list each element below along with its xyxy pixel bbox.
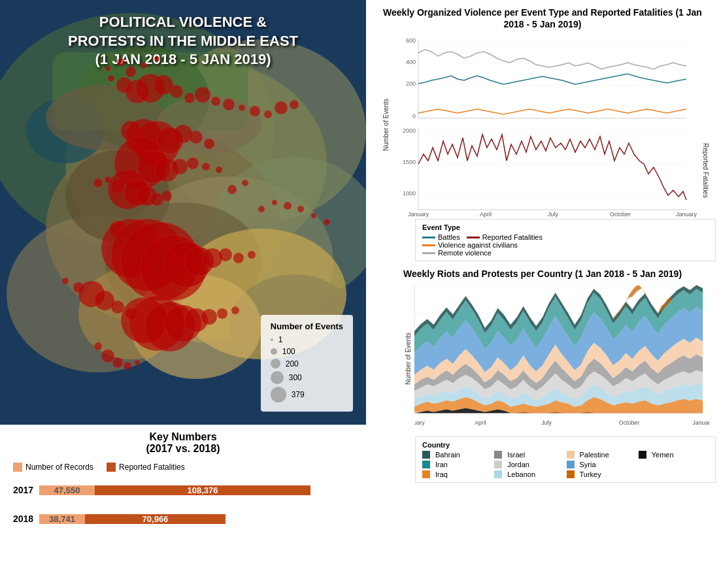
svg-text:July: July xyxy=(541,419,552,426)
legend-remote: Remote violence xyxy=(422,249,492,257)
bar-row-2018: 2018 38,741 70,966 xyxy=(13,507,353,531)
chart1-y-axis: Number of Events xyxy=(376,33,392,216)
bar-2017-fatalities: 108,376 xyxy=(95,485,310,495)
legend-violence-civilians: Violence against civilians xyxy=(422,241,518,249)
bar-chart-legend: Number of Records Reported Fatalities xyxy=(13,463,353,472)
legend-jordan: Jordan xyxy=(494,461,564,468)
legend-lebanon: Lebanon xyxy=(494,470,564,478)
left-panel: POLITICAL VIOLENCE & PROTESTS IN THE MID… xyxy=(0,0,366,588)
legend-yemen: Yemen xyxy=(639,451,709,459)
legend-battles: Battles xyxy=(422,233,460,241)
svg-text:October: October xyxy=(610,211,631,218)
chart1-legend-row3: Remote violence xyxy=(422,249,709,257)
legend-reported-fatalities: Reported Fatalities xyxy=(467,233,543,241)
bar-row-2017: 2017 47,550 108,376 xyxy=(13,478,353,502)
legend-item-300: 300 xyxy=(271,371,343,384)
chart2-area: Number of Events 250 200 150 100 50 0 xyxy=(376,284,709,434)
svg-text:1000: 1000 xyxy=(403,190,416,197)
chart2-legend-grid: Bahrain Israel Palestine Yemen Iran xyxy=(422,451,709,478)
svg-text:January: January xyxy=(693,419,709,426)
legend-bahrain: Bahrain xyxy=(422,451,492,459)
chart1-legend-header: Event Type xyxy=(422,223,709,231)
svg-text:600: 600 xyxy=(406,37,416,44)
chart1-y-label-bottom: Reported Fatalities xyxy=(695,125,709,216)
chart2-legend-header: Country xyxy=(422,441,709,449)
chart2-y-axis-label: Number of Events xyxy=(376,284,414,434)
svg-text:January: January xyxy=(414,419,425,426)
legend-palestine: Palestine xyxy=(567,451,637,459)
chart1-y-right: Reported Fatalities xyxy=(693,33,709,216)
right-panel: Weekly Organized Violence per Event Type… xyxy=(366,0,719,588)
legend-item-200: 200 xyxy=(271,359,343,368)
legend-item-100: 100 xyxy=(271,347,343,356)
bar-2017-records: 47,550 xyxy=(39,485,95,495)
bar-2018-records: 38,741 xyxy=(39,514,85,524)
legend-fatalities-bar: Reported Fatalities xyxy=(107,463,185,472)
chart2-legend: Country Bahrain Israel Palestine Yemen xyxy=(415,436,716,483)
svg-point-18 xyxy=(46,85,163,150)
legend-iran: Iran xyxy=(422,461,492,468)
chart2-title: Weekly Riots and Protests per Country (1… xyxy=(376,268,709,280)
chart2-container: Weekly Riots and Protests per Country (1… xyxy=(376,268,709,581)
legend-records: Number of Records xyxy=(13,463,93,472)
legend-syria: Syria xyxy=(567,461,637,468)
svg-text:July: July xyxy=(548,211,559,218)
legend-item-379: 379 xyxy=(271,387,343,402)
svg-text:1500: 1500 xyxy=(403,159,416,165)
chart1-legend: Event Type Battles Reported Fatalities V… xyxy=(415,219,716,261)
key-numbers-title: Key Numbers (2017 vs. 2018) xyxy=(13,431,353,455)
legend-israel: Israel xyxy=(494,451,564,459)
svg-text:0: 0 xyxy=(412,113,416,120)
chart1-legend-row: Battles Reported Fatalities xyxy=(422,233,709,241)
chart1-title: Weekly Organized Violence per Event Type… xyxy=(376,7,709,30)
chart1-y-label-top: Number of Events xyxy=(382,33,390,216)
map-title: POLITICAL VIOLENCE & PROTESTS IN THE MID… xyxy=(0,13,366,69)
map-legend: Number of Events 1 100 200 300 379 xyxy=(261,315,353,412)
svg-point-19 xyxy=(157,95,261,154)
svg-text:2000: 2000 xyxy=(403,127,416,134)
map-container: POLITICAL VIOLENCE & PROTESTS IN THE MID… xyxy=(0,0,366,425)
legend-turkey: Turkey xyxy=(567,470,637,478)
svg-text:April: April xyxy=(475,419,486,426)
chart1-container: Weekly Organized Violence per Event Type… xyxy=(376,7,709,261)
chart2-svg: 250 200 150 100 50 0 xyxy=(414,284,709,434)
legend-iraq: Iraq xyxy=(422,470,492,478)
svg-text:April: April xyxy=(480,211,492,218)
chart1-legend-row2: Violence against civilians xyxy=(422,241,709,249)
svg-text:200: 200 xyxy=(406,80,416,87)
svg-text:October: October xyxy=(619,419,639,426)
bar-2018-fatalities: 70,966 xyxy=(85,514,226,524)
chart1-svg: 600 400 200 0 xyxy=(392,33,693,216)
key-numbers-section: Key Numbers (2017 vs. 2018) Number of Re… xyxy=(0,425,366,588)
legend-item-1: 1 xyxy=(271,335,343,344)
svg-point-16 xyxy=(78,268,183,359)
svg-text:400: 400 xyxy=(406,59,416,65)
svg-text:January: January xyxy=(408,211,429,218)
chart1-area: Number of Events 600 400 200 0 xyxy=(376,33,709,216)
